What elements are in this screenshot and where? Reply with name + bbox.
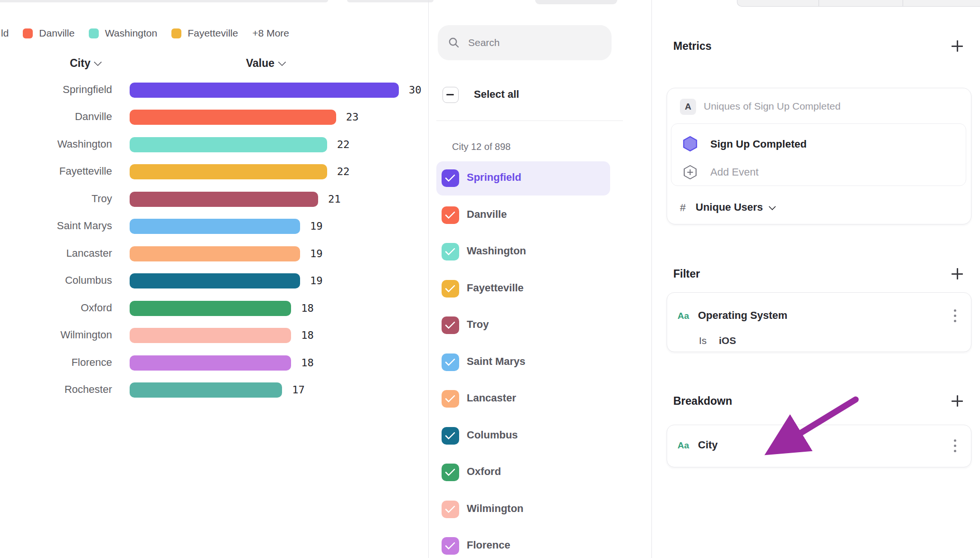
select-all-label[interactable]: Select all xyxy=(474,88,519,101)
list-item-label: Columbus xyxy=(467,429,518,441)
list-item-label: Florence xyxy=(467,539,510,551)
legend-more-button[interactable]: +8 More xyxy=(252,28,289,39)
column-header-city[interactable]: City xyxy=(70,57,101,70)
list-item-lancaster[interactable]: Lancaster xyxy=(436,382,610,416)
chart-bar[interactable] xyxy=(130,110,336,125)
add-event-button[interactable]: Add Event xyxy=(710,166,759,178)
chart-bar[interactable] xyxy=(130,328,291,343)
filter-property-name[interactable]: Operating System xyxy=(698,309,787,322)
legend-swatch xyxy=(23,28,33,38)
chart-bar[interactable] xyxy=(130,192,318,207)
legend-item-clipped[interactable]: ld xyxy=(1,28,9,39)
breakdown-property-name[interactable]: City xyxy=(698,439,718,451)
add-filter-button[interactable] xyxy=(951,267,964,280)
chevron-down-icon xyxy=(278,58,286,66)
metric-summary-label: Uniques of Sign Up Completed xyxy=(704,101,840,112)
legend-label: Danville xyxy=(39,28,75,39)
filter-operator-label[interactable]: Is xyxy=(699,335,707,346)
legend-item[interactable]: Danville xyxy=(23,28,75,39)
add-metric-button[interactable] xyxy=(951,39,964,53)
chart-category-label: Washington xyxy=(0,138,112,150)
legend-swatch xyxy=(171,28,181,38)
chart-value-label: 17 xyxy=(292,384,305,396)
search-icon xyxy=(448,37,460,48)
checkbox-checked[interactable] xyxy=(442,501,459,518)
checkbox-checked[interactable] xyxy=(442,280,459,298)
list-item-columbus[interactable]: Columbus xyxy=(436,419,610,453)
checkbox-checked[interactable] xyxy=(442,427,459,445)
list-item-label: Danville xyxy=(467,208,507,221)
checkbox-checked[interactable] xyxy=(442,390,459,408)
chart-bar[interactable] xyxy=(130,219,300,234)
search-input[interactable] xyxy=(467,37,602,49)
chart-bar[interactable] xyxy=(130,83,399,98)
list-item-springfield[interactable]: Springfield xyxy=(436,161,610,195)
list-item-danville[interactable]: Danville xyxy=(436,198,610,232)
list-item-washington[interactable]: Washington xyxy=(436,235,610,269)
checkbox-checked[interactable] xyxy=(442,464,459,481)
property-type-icon: Aa xyxy=(678,311,689,321)
list-count-label: City 12 of 898 xyxy=(452,141,510,152)
legend-item[interactable]: Fayetteville xyxy=(171,28,238,39)
chevron-down-icon xyxy=(769,203,776,210)
chart-value-label: 18 xyxy=(301,302,314,314)
list-item-label: Oxford xyxy=(467,465,501,478)
list-item-label: Saint Marys xyxy=(467,355,526,368)
filter-section-title: Filter xyxy=(673,268,700,280)
panel-divider xyxy=(651,0,652,558)
chart-value-label: 18 xyxy=(301,357,314,369)
chart-bar[interactable] xyxy=(130,273,300,288)
chart-value-label: 22 xyxy=(337,139,350,150)
search-field[interactable] xyxy=(438,25,612,60)
toolbar-edge-strip xyxy=(347,0,433,2)
chart-category-label: Troy xyxy=(0,193,112,205)
toolbar-edge-strip xyxy=(0,0,328,2)
legend-item[interactable]: Washington xyxy=(89,28,157,39)
measure-label: Unique Users xyxy=(696,201,763,214)
checkbox-checked[interactable] xyxy=(442,243,459,260)
metric-letter-badge: A xyxy=(680,99,696,115)
analytics-app: { "chart_data": { "type": "bar", "title"… xyxy=(0,0,980,558)
panel-divider xyxy=(428,0,429,558)
breakdown-section-title: Breakdown xyxy=(673,395,732,408)
filter-card[interactable] xyxy=(667,292,971,352)
list-item-saint-marys[interactable]: Saint Marys xyxy=(436,345,610,380)
chart-value-label: 22 xyxy=(337,166,350,177)
event-name-label[interactable]: Sign Up Completed xyxy=(710,138,807,150)
checkbox-checked[interactable] xyxy=(442,316,459,334)
add-event-icon xyxy=(683,165,697,180)
list-item-label: Lancaster xyxy=(467,392,516,404)
metrics-section-title: Metrics xyxy=(673,40,712,53)
chart-category-label: Fayetteville xyxy=(0,165,112,177)
list-item-wilmington[interactable]: Wilmington xyxy=(436,493,610,527)
chart-value-label: 21 xyxy=(328,193,341,205)
list-item-fayetteville[interactable]: Fayetteville xyxy=(436,272,610,306)
chart-bar[interactable] xyxy=(130,164,327,179)
list-item-troy[interactable]: Troy xyxy=(436,308,610,343)
kebab-menu-icon[interactable] xyxy=(953,439,956,452)
checkbox-checked[interactable] xyxy=(442,353,459,371)
property-type-icon: Aa xyxy=(678,440,689,451)
column-header-value[interactable]: Value xyxy=(246,57,285,70)
measure-selector[interactable]: Unique Users xyxy=(696,201,775,214)
chart-bar[interactable] xyxy=(130,355,291,371)
filter-value-label[interactable]: iOS xyxy=(719,335,736,346)
chart-bar[interactable] xyxy=(130,137,327,152)
kebab-menu-icon[interactable] xyxy=(953,309,956,322)
legend-label: Fayetteville xyxy=(188,28,238,39)
select-all-checkbox[interactable] xyxy=(443,87,459,103)
checkbox-checked[interactable] xyxy=(442,537,459,555)
chart-category-label: Springfield xyxy=(0,84,112,96)
checkbox-checked[interactable] xyxy=(442,206,459,224)
list-item-florence[interactable]: Florence xyxy=(436,529,610,558)
chart-category-label: Lancaster xyxy=(0,247,112,260)
chart-bar[interactable] xyxy=(130,246,300,261)
chart-value-label: 19 xyxy=(310,275,323,287)
chart-category-label: Florence xyxy=(0,356,112,369)
segmented-control-remnant[interactable] xyxy=(737,0,980,7)
list-item-oxford[interactable]: Oxford xyxy=(436,456,610,490)
checkbox-checked[interactable] xyxy=(442,169,459,187)
add-breakdown-button[interactable] xyxy=(951,394,964,408)
chart-bar[interactable] xyxy=(130,382,282,398)
chart-bar[interactable] xyxy=(130,301,291,316)
